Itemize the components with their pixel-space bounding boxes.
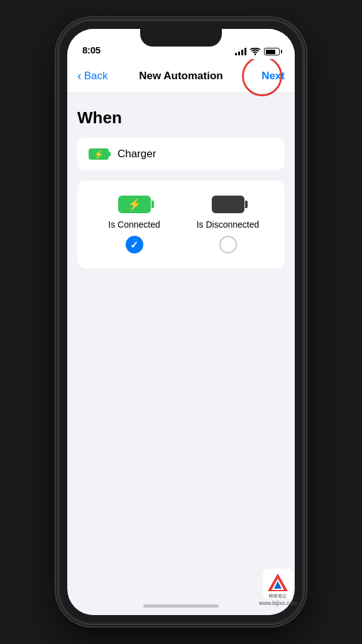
charger-icon-container: ⚡ <box>87 147 110 162</box>
wifi-icon <box>250 48 260 55</box>
phone-frame: 8:05 <box>58 20 304 624</box>
nav-title: New Automation <box>128 70 234 82</box>
disconnected-label: Is Disconnected <box>197 219 260 230</box>
svg-point-0 <box>255 53 256 55</box>
back-chevron-icon: ‹ <box>77 69 82 82</box>
charger-battery-icon: ⚡ <box>89 148 109 160</box>
connected-battery-icon: ⚡ <box>118 196 151 213</box>
status-time: 8:05 <box>82 45 101 55</box>
home-bar <box>143 604 219 608</box>
nav-bar: ‹ Back New Automation Next <box>67 59 295 93</box>
back-label: Back <box>84 70 108 82</box>
signal-bar-1 <box>235 53 237 55</box>
disconnected-battery-icon <box>212 196 244 213</box>
signal-bar-4 <box>244 48 246 55</box>
back-button[interactable]: ‹ Back <box>77 70 128 82</box>
connected-label: Is Connected <box>108 219 160 230</box>
connected-bolt-icon: ⚡ <box>128 199 141 210</box>
watermark: 嗒嗒笔记 www.bijixx.com <box>259 569 297 606</box>
option-disconnected[interactable]: Is Disconnected <box>181 196 275 253</box>
battery-fill <box>266 50 275 54</box>
charger-label: Charger <box>118 148 156 160</box>
content-area: When ⚡ Charger ⚡ Is Connected <box>67 93 295 596</box>
disconnected-radio[interactable] <box>219 236 237 253</box>
section-title: When <box>77 108 285 128</box>
watermark-logo: 嗒嗒笔记 <box>263 569 293 599</box>
charger-row: ⚡ Charger <box>77 138 285 170</box>
option-connected[interactable]: ⚡ Is Connected <box>87 196 181 253</box>
watermark-url: www.bijixx.com <box>259 600 297 606</box>
svg-text:嗒嗒笔记: 嗒嗒笔记 <box>269 594 287 598</box>
battery-status-icon <box>264 48 280 55</box>
connected-radio[interactable] <box>126 236 143 253</box>
signal-bar-2 <box>238 52 240 55</box>
signal-bar-3 <box>241 50 243 55</box>
screen: 8:05 <box>67 29 295 615</box>
bolt-icon: ⚡ <box>94 150 104 158</box>
status-icons <box>235 48 280 55</box>
next-button[interactable]: Next <box>234 70 285 82</box>
notch <box>140 29 222 47</box>
signal-icon <box>235 48 246 55</box>
options-card: ⚡ Is Connected Is Disconnected <box>77 180 285 269</box>
